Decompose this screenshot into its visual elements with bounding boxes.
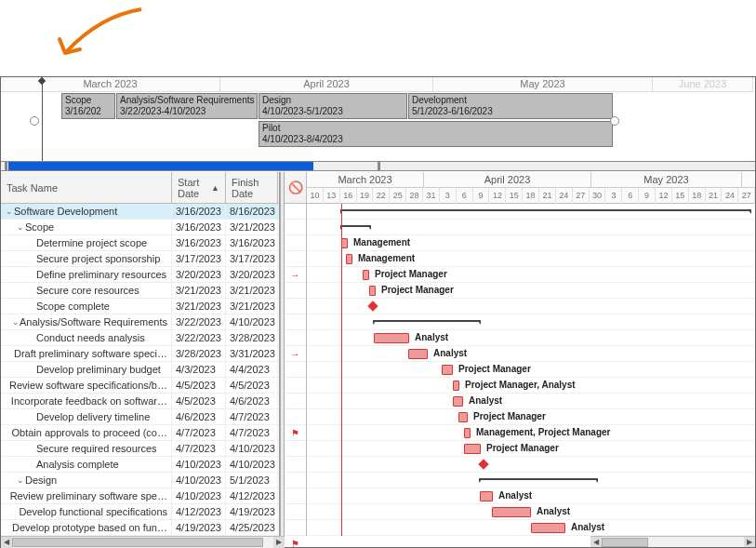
task-bar[interactable] xyxy=(442,365,453,375)
gantt-row[interactable]: Project Manager, Analyst xyxy=(307,378,755,394)
overview-current-marker[interactable] xyxy=(42,77,43,161)
indicator-cell xyxy=(285,378,306,394)
overview-phase-bar[interactable]: Pilot4/10/2023-8/4/2023 xyxy=(259,121,613,147)
task-bar[interactable] xyxy=(464,428,471,438)
gantt-row[interactable]: Analyst xyxy=(307,394,755,409)
task-bar[interactable] xyxy=(531,523,565,533)
expand-toggle-icon[interactable]: ⌄ xyxy=(16,473,25,488)
task-row[interactable]: Review software specifications/b…4/5/202… xyxy=(1,378,279,394)
overview-phase-bar[interactable]: Design4/10/2023-5/1/2023 xyxy=(259,93,407,119)
start-date-cell: 3/16/2023 xyxy=(172,204,226,219)
task-bar[interactable] xyxy=(453,396,463,407)
task-bar[interactable] xyxy=(346,254,352,264)
summary-bar[interactable] xyxy=(341,225,370,230)
gantt-row[interactable]: Management xyxy=(307,235,755,251)
overview-phase-bar[interactable]: Analysis/Software Requirements3/22/2023-… xyxy=(116,93,258,119)
start-date-cell: 4/10/2023 xyxy=(172,488,226,503)
column-task-name[interactable]: Task Name xyxy=(1,172,172,203)
gantt-row[interactable]: Analyst xyxy=(307,488,755,504)
grid-hscroll[interactable]: ◀ ▶ xyxy=(1,536,285,547)
summary-bar[interactable] xyxy=(341,209,750,214)
milestone-marker[interactable] xyxy=(367,301,378,311)
range-thumb[interactable] xyxy=(8,162,313,170)
task-bar[interactable] xyxy=(374,333,409,343)
task-name-label: Incorporate feedback on softwar… xyxy=(11,394,167,408)
indicator-cell xyxy=(285,362,306,378)
indicator-cell: ⚑ xyxy=(285,425,306,441)
gantt-row[interactable]: Analyst xyxy=(307,520,755,536)
gantt-row[interactable]: Project Manager xyxy=(307,362,755,378)
gantt-window: March 2023April 2023May 2023June 2023 Sc… xyxy=(0,76,756,548)
task-row[interactable]: Incorporate feedback on softwar…4/5/2023… xyxy=(1,394,279,409)
task-row[interactable]: Secure required resources4/7/20234/10/20… xyxy=(1,441,279,457)
column-finish-date[interactable]: Finish Date xyxy=(226,172,278,203)
task-row[interactable]: Draft preliminary software speci…3/28/20… xyxy=(1,346,279,362)
gantt-row[interactable] xyxy=(307,220,755,235)
gantt-row[interactable]: Analyst xyxy=(307,330,755,346)
gantt-row[interactable] xyxy=(307,314,755,330)
gantt-row[interactable]: Management, Project Manager xyxy=(307,425,755,441)
scroll-right-icon[interactable]: ▶ xyxy=(273,537,285,548)
task-grid[interactable]: Task Name Start Date ▲ Finish Date ⌄Soft… xyxy=(1,172,280,547)
gantt-row[interactable]: Project Manager xyxy=(307,267,755,283)
start-date-cell: 3/20/2023 xyxy=(172,267,226,282)
scroll-left-icon[interactable]: ◀ xyxy=(1,537,12,548)
overview-range-strip[interactable] xyxy=(1,162,755,171)
gantt-row[interactable] xyxy=(307,457,755,473)
task-bar[interactable] xyxy=(408,349,428,359)
task-row[interactable]: ⌄Design4/10/20235/1/2023 xyxy=(1,473,279,488)
gantt-row[interactable]: Project Manager xyxy=(307,409,755,425)
expand-toggle-icon[interactable]: ⌄ xyxy=(5,204,14,219)
task-bar[interactable] xyxy=(363,270,369,280)
expand-toggle-icon[interactable]: ⌄ xyxy=(12,314,20,329)
task-bar[interactable] xyxy=(492,507,531,517)
task-row[interactable]: Define preliminary resources3/20/20233/2… xyxy=(1,267,279,283)
resource-label: Analyst xyxy=(469,395,502,406)
gantt-row[interactable] xyxy=(307,299,755,314)
task-row[interactable]: ⌄Analysis/Software Requirements3/22/2023… xyxy=(1,314,279,330)
scroll-left-icon[interactable]: ◀ xyxy=(590,537,602,548)
gantt-row[interactable]: Project Manager xyxy=(307,441,755,457)
scroll-right-icon[interactable]: ▶ xyxy=(744,537,755,548)
overview-phase-bar[interactable]: Scope3/16/202 xyxy=(61,93,115,119)
task-bar[interactable] xyxy=(458,412,468,422)
task-bar[interactable] xyxy=(369,286,376,296)
task-bar[interactable] xyxy=(464,444,481,454)
task-row[interactable]: Develop delivery timeline4/6/20234/7/202… xyxy=(1,409,279,425)
task-row[interactable]: Develop functional specifications4/12/20… xyxy=(1,504,279,520)
overview-timeline[interactable]: March 2023April 2023May 2023June 2023 Sc… xyxy=(1,77,755,162)
task-bar[interactable] xyxy=(341,238,348,248)
gantt-row[interactable] xyxy=(307,473,755,488)
task-row[interactable]: Scope complete3/21/20233/21/2023 xyxy=(1,299,279,314)
expand-toggle-icon[interactable]: ⌄ xyxy=(16,220,25,234)
task-row[interactable]: Conduct needs analysis3/22/20233/28/2023 xyxy=(1,330,279,346)
gantt-row[interactable] xyxy=(307,204,755,220)
task-row[interactable]: Analysis complete4/10/20234/10/2023 xyxy=(1,457,279,473)
task-row[interactable]: Determine project scope3/16/20233/16/202… xyxy=(1,235,279,251)
task-row[interactable]: Secure core resources3/21/20233/21/2023 xyxy=(1,283,279,299)
task-row[interactable]: Obtain approvals to proceed (co…4/7/2023… xyxy=(1,425,279,441)
gantt-row[interactable]: Analyst xyxy=(307,346,755,362)
column-start-date[interactable]: Start Date ▲ xyxy=(172,172,226,203)
resource-label: Project Manager, Analyst xyxy=(465,380,576,390)
summary-bar[interactable] xyxy=(374,320,480,325)
timeline-day: 16 xyxy=(340,188,357,204)
gantt-hscroll[interactable]: ◀ ▶ xyxy=(590,536,755,547)
task-row[interactable]: Review preliminary software spe…4/10/202… xyxy=(1,488,279,504)
task-bar[interactable] xyxy=(453,381,459,391)
task-bar[interactable] xyxy=(480,491,493,501)
gantt-chart[interactable]: 🚫 →→⚑⚑ March 2023April 2023May 2023 1013… xyxy=(285,172,755,547)
indicator-cell xyxy=(285,488,306,504)
task-row[interactable]: Develop preliminary budget4/3/20234/4/20… xyxy=(1,362,279,378)
task-row[interactable]: ⌄Scope3/16/20233/21/2023 xyxy=(1,220,279,235)
overview-phase-bar[interactable]: Development5/1/2023-6/16/2023 xyxy=(408,93,613,119)
summary-bar[interactable] xyxy=(480,478,597,483)
task-row[interactable]: Secure project sponsorship3/17/20233/17/… xyxy=(1,251,279,267)
resource-label: Project Manager xyxy=(375,269,447,279)
task-row[interactable]: ⌄Software Development3/16/20238/16/2023 xyxy=(1,204,279,220)
gantt-row[interactable]: Project Manager xyxy=(307,283,755,299)
milestone-marker[interactable] xyxy=(478,459,488,469)
task-row[interactable]: Develop prototype based on fun…4/19/2023… xyxy=(1,520,279,536)
gantt-row[interactable]: Analyst xyxy=(307,504,755,520)
gantt-row[interactable]: Management xyxy=(307,251,755,267)
